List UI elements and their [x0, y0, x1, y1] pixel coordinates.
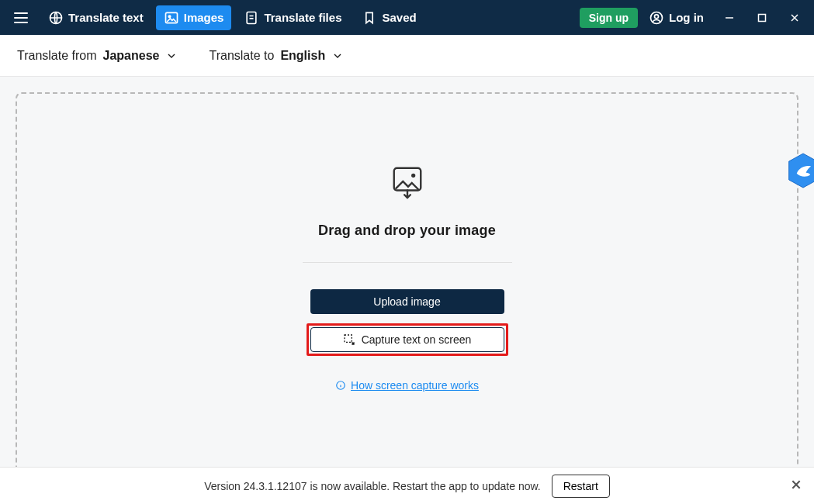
chevron-down-icon — [165, 50, 178, 62]
menu-icon[interactable] — [14, 9, 33, 27]
login-button[interactable]: Log in — [649, 10, 704, 26]
capture-text-button[interactable]: Capture text on screen — [310, 327, 504, 352]
globe-icon — [48, 10, 64, 26]
svg-point-2 — [168, 16, 171, 17]
from-value: Japanese — [103, 49, 160, 63]
nav-translate-files[interactable]: Translate files — [236, 5, 349, 30]
translate-from-selector[interactable]: Translate from Japanese — [17, 49, 178, 63]
to-label: Translate to — [209, 49, 274, 63]
nav-label: Translate text — [68, 11, 144, 24]
svg-point-5 — [655, 14, 659, 18]
how-capture-works-link[interactable]: How screen capture works — [335, 379, 479, 392]
nav-label: Translate files — [264, 11, 341, 24]
to-value: English — [280, 49, 325, 63]
nav-images[interactable]: Images — [156, 5, 232, 30]
update-message: Version 24.3.1.12107 is now available. R… — [204, 480, 541, 492]
minimize-button[interactable] — [722, 11, 736, 25]
nav-label: Saved — [382, 11, 416, 24]
svg-rect-6 — [759, 14, 766, 21]
assistant-badge[interactable] — [786, 152, 814, 189]
translate-to-selector[interactable]: Translate to English — [209, 49, 344, 63]
highlight-box: Capture text on screen — [307, 323, 508, 356]
update-dismiss-button[interactable] — [791, 478, 802, 494]
nav-translate-text[interactable]: Translate text — [40, 5, 151, 30]
close-button[interactable] — [788, 11, 802, 25]
titlebar: Translate text Images Translate files Sa… — [0, 0, 814, 35]
language-bar: Translate from Japanese Translate to Eng… — [0, 35, 814, 77]
user-icon — [649, 10, 664, 26]
dropzone-title: Drag and drop your image — [318, 223, 496, 239]
signup-button[interactable]: Sign up — [580, 8, 638, 28]
nav-label: Images — [184, 11, 224, 24]
divider — [303, 262, 512, 263]
from-label: Translate from — [17, 49, 97, 63]
image-upload-icon — [390, 164, 425, 199]
restart-button[interactable]: Restart — [552, 475, 610, 498]
svg-point-8 — [412, 174, 414, 177]
bookmark-icon — [362, 10, 377, 26]
image-dropzone[interactable]: Drag and drop your image Upload image Ca… — [16, 92, 798, 488]
chevron-down-icon — [331, 50, 344, 62]
svg-rect-9 — [345, 335, 352, 342]
nav-saved[interactable]: Saved — [354, 5, 424, 30]
info-icon — [335, 380, 346, 391]
capture-icon — [343, 333, 355, 346]
main-area: Drag and drop your image Upload image Ca… — [0, 77, 814, 504]
maximize-button[interactable] — [755, 11, 769, 25]
upload-image-button[interactable]: Upload image — [310, 289, 504, 314]
capture-label: Capture text on screen — [362, 333, 472, 346]
close-icon — [791, 479, 802, 490]
file-icon — [244, 10, 259, 26]
login-label: Log in — [669, 11, 704, 24]
top-nav: Translate text Images Translate files Sa… — [40, 5, 424, 30]
update-bar: Version 24.3.1.12107 is now available. R… — [0, 467, 814, 504]
window-controls — [722, 11, 802, 25]
howlink-label: How screen capture works — [351, 379, 479, 392]
image-icon — [164, 10, 179, 26]
